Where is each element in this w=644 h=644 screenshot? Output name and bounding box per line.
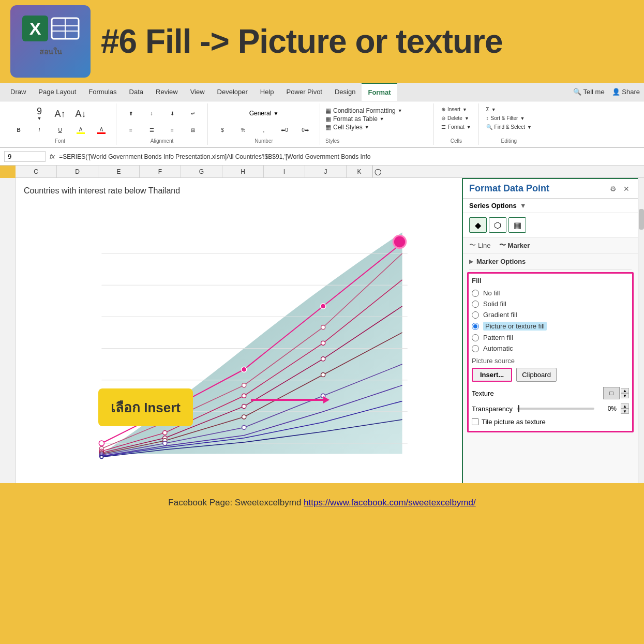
series-icon-btn[interactable]: ▦ bbox=[508, 217, 526, 233]
align-middle-btn[interactable]: ↕ bbox=[142, 110, 161, 117]
svg-point-15 bbox=[242, 367, 247, 372]
footer-link[interactable]: https://www.facebook.com/sweetexcelbymd/ bbox=[304, 498, 476, 508]
tab-review[interactable]: Review bbox=[149, 83, 184, 101]
texture-up-btn[interactable]: ▲ bbox=[621, 388, 629, 393]
footer: Facebook Page: Sweetexcelbymd https://ww… bbox=[0, 483, 644, 522]
gradient-fill-option[interactable]: Gradient fill bbox=[472, 309, 629, 320]
decrease-decimal-btn[interactable]: ⬅0 bbox=[275, 126, 294, 134]
no-fill-radio[interactable] bbox=[472, 290, 479, 297]
solid-fill-radio[interactable] bbox=[472, 301, 479, 308]
col-g: G bbox=[181, 166, 222, 177]
tab-page-layout[interactable]: Page Layout bbox=[32, 83, 82, 101]
conditional-formatting-link[interactable]: ▦ Conditional Formatting ▼ bbox=[325, 107, 402, 115]
increase-font-btn[interactable]: A↑ bbox=[51, 108, 69, 119]
texture-down-btn[interactable]: ▼ bbox=[621, 393, 629, 398]
transparency-down-btn[interactable]: ▼ bbox=[621, 409, 629, 414]
automatic-option[interactable]: Automatic bbox=[472, 343, 629, 354]
percent-btn[interactable]: % bbox=[234, 126, 252, 134]
tab-help[interactable]: Help bbox=[254, 83, 280, 101]
font-color-btn[interactable]: A bbox=[92, 126, 111, 135]
tab-formulas[interactable]: Formulas bbox=[82, 83, 123, 101]
texture-picker[interactable]: □ bbox=[603, 387, 620, 399]
cell-styles-icon: ▦ bbox=[325, 124, 331, 131]
cell-styles-link[interactable]: ▦ Cell Styles ▼ bbox=[325, 123, 369, 131]
ribbon-group-editing: Σ▼ ↕Sort & Filter▼ 🔍Find & Select▼ Editi… bbox=[479, 103, 539, 145]
decrease-font-btn[interactable]: A↓ bbox=[71, 108, 90, 119]
tab-draw[interactable]: Draw bbox=[4, 83, 32, 101]
format-data-point-panel: Format Data Point ⚙ ✕ Series Options ▼ ◆… bbox=[462, 178, 638, 483]
series-options-bar[interactable]: Series Options ▼ bbox=[463, 199, 638, 213]
align-bottom-btn[interactable]: ⬇ bbox=[163, 110, 182, 117]
transparency-up-btn[interactable]: ▲ bbox=[621, 403, 629, 409]
comma-btn[interactable]: , bbox=[254, 126, 273, 134]
font-label: Font bbox=[55, 138, 65, 145]
fill-icon-btn[interactable]: ◆ bbox=[469, 217, 487, 233]
gradient-fill-radio[interactable] bbox=[472, 311, 479, 319]
editing-label: Editing bbox=[501, 138, 517, 145]
delete-cells-btn[interactable]: ⊖Delete▼ bbox=[439, 114, 471, 122]
page-header: X สอนใน #6 Fill -> Picture or texture bbox=[0, 0, 644, 83]
align-left-btn[interactable]: ≡ bbox=[122, 126, 140, 134]
share-btn[interactable]: 👤 Share bbox=[612, 88, 640, 96]
picture-fill-option[interactable]: Picture or texture fill bbox=[472, 320, 629, 332]
svg-point-33 bbox=[99, 441, 104, 446]
no-fill-option[interactable]: No fill bbox=[472, 288, 629, 298]
freeze-scroll-btn[interactable]: ◯ bbox=[372, 166, 383, 177]
clipboard-button[interactable]: Clipboard bbox=[516, 368, 557, 382]
insert-button[interactable]: Insert... bbox=[472, 368, 512, 382]
tab-view[interactable]: View bbox=[184, 83, 211, 101]
chart-area[interactable]: Countries with interest rate below Thail… bbox=[16, 178, 462, 483]
fill-color-btn[interactable]: A bbox=[71, 126, 90, 135]
tell-me-input[interactable]: 🔍 Tell me bbox=[573, 88, 605, 96]
align-right-btn[interactable]: ≡ bbox=[163, 126, 182, 134]
conditional-formatting-icon: ▦ bbox=[325, 107, 331, 114]
panel-close-btn[interactable]: ✕ bbox=[621, 184, 632, 194]
tab-format[interactable]: Format bbox=[362, 83, 397, 101]
tile-checkbox[interactable] bbox=[472, 418, 478, 425]
sum-btn[interactable]: Σ▼ bbox=[484, 106, 503, 113]
underline-btn[interactable]: U bbox=[51, 126, 69, 134]
name-box-input[interactable] bbox=[4, 151, 46, 162]
insert-cells-btn[interactable]: ⊕Insert▼ bbox=[439, 106, 469, 113]
font-size-box[interactable]: 9 ▼ bbox=[30, 106, 49, 122]
series-options-dropdown[interactable]: ▼ bbox=[520, 202, 527, 209]
italic-btn[interactable]: I bbox=[30, 126, 49, 134]
svg-point-30 bbox=[242, 425, 246, 429]
solid-fill-label: Solid fill bbox=[483, 300, 506, 308]
marker-options-header[interactable]: ▶ Marker Options bbox=[469, 253, 632, 270]
tab-developer[interactable]: Developer bbox=[211, 83, 254, 101]
scroll-thumb[interactable] bbox=[639, 209, 644, 230]
line-toggle[interactable]: 〜 Line bbox=[469, 241, 491, 250]
alignment-icons: ⬆ ↕ ⬇ ↵ bbox=[122, 103, 202, 122]
panel-settings-btn[interactable]: ⚙ bbox=[608, 184, 618, 194]
tab-data[interactable]: Data bbox=[123, 83, 149, 101]
ribbon-group-number: General ▼ $ % , ⬅0 0➡ Number bbox=[208, 103, 320, 145]
sort-filter-btn[interactable]: ↕Sort & Filter▼ bbox=[484, 114, 527, 122]
format-as-table-link[interactable]: ▦ Format as Table ▼ bbox=[325, 115, 384, 123]
ribbon-group-styles: ▦ Conditional Formatting ▼ ▦ Format as T… bbox=[320, 103, 434, 145]
transparency-label: Transparency bbox=[472, 405, 513, 413]
find-select-btn[interactable]: 🔍Find & Select▼ bbox=[484, 123, 534, 131]
picture-fill-radio[interactable] bbox=[472, 323, 479, 330]
merge-btn[interactable]: ⊞ bbox=[184, 126, 202, 134]
currency-btn[interactable]: $ bbox=[213, 126, 232, 134]
transparency-spin: ▲ ▼ bbox=[621, 403, 629, 414]
pattern-fill-option[interactable]: Pattern fill bbox=[472, 332, 629, 343]
solid-fill-option[interactable]: Solid fill bbox=[472, 298, 629, 309]
effects-icon-btn[interactable]: ⬡ bbox=[489, 217, 506, 233]
increase-decimal-btn[interactable]: 0➡ bbox=[296, 126, 314, 134]
format-cells-btn[interactable]: ☰Format▼ bbox=[439, 123, 473, 131]
tab-power-pivot[interactable]: Power Pivot bbox=[280, 83, 328, 101]
pattern-fill-radio[interactable] bbox=[472, 334, 479, 341]
marker-toggle[interactable]: 〜 Marker bbox=[499, 241, 530, 250]
wrap-text-btn[interactable]: ↵ bbox=[184, 110, 202, 117]
align-top-btn[interactable]: ⬆ bbox=[122, 110, 140, 117]
bold-btn[interactable]: B bbox=[9, 126, 28, 134]
tab-design[interactable]: Design bbox=[328, 83, 362, 101]
no-fill-label: No fill bbox=[483, 289, 500, 297]
automatic-radio[interactable] bbox=[472, 345, 479, 352]
panel-scrollbar[interactable] bbox=[638, 178, 644, 483]
svg-point-20 bbox=[163, 431, 167, 435]
transparency-slider[interactable] bbox=[517, 408, 594, 410]
align-center-btn[interactable]: ☰ bbox=[142, 126, 161, 134]
